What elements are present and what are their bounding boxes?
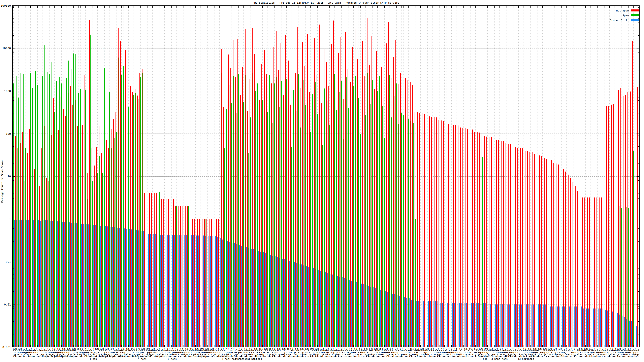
bar bbox=[500, 305, 500, 347]
bar bbox=[28, 71, 28, 347]
bar bbox=[76, 223, 77, 347]
bar bbox=[530, 152, 530, 347]
bar bbox=[582, 198, 583, 347]
bar bbox=[130, 86, 130, 347]
bar bbox=[260, 140, 260, 347]
bar bbox=[438, 120, 439, 347]
bar bbox=[293, 90, 294, 347]
bar bbox=[390, 293, 390, 347]
bar bbox=[280, 258, 280, 347]
bar bbox=[296, 111, 296, 347]
bar bbox=[20, 143, 20, 347]
bar bbox=[631, 321, 632, 347]
bar bbox=[384, 97, 384, 347]
bar bbox=[628, 208, 629, 347]
bar bbox=[121, 75, 122, 347]
bar bbox=[256, 250, 256, 347]
bar bbox=[594, 198, 595, 347]
bar bbox=[554, 163, 554, 347]
bar bbox=[355, 28, 356, 347]
bar bbox=[360, 93, 360, 347]
bar bbox=[258, 251, 258, 347]
y-tick-label: 0.01 bbox=[4, 303, 11, 306]
bar bbox=[210, 236, 211, 347]
bar bbox=[366, 285, 366, 347]
bar bbox=[376, 51, 377, 347]
bar bbox=[513, 145, 514, 347]
x-label-fragment: Ho bbox=[505, 355, 508, 358]
bar bbox=[234, 243, 235, 347]
bar bbox=[13, 83, 14, 347]
bar bbox=[516, 305, 517, 347]
bar bbox=[341, 81, 342, 347]
bar bbox=[158, 235, 158, 347]
bar bbox=[230, 242, 230, 347]
bar bbox=[488, 305, 488, 347]
bar bbox=[168, 199, 169, 347]
bar bbox=[188, 206, 188, 347]
x-label-fragment: net bbox=[219, 355, 224, 358]
bar bbox=[588, 309, 589, 347]
bar bbox=[483, 303, 484, 347]
bar bbox=[92, 181, 93, 347]
bar bbox=[104, 48, 104, 347]
bar bbox=[574, 307, 574, 347]
bar bbox=[598, 309, 598, 347]
x-label-fragment: hop bbox=[148, 355, 152, 358]
bar bbox=[397, 295, 398, 347]
bar bbox=[593, 309, 594, 347]
y-tick-label: 10000 bbox=[2, 47, 11, 50]
bar bbox=[340, 277, 340, 347]
bar bbox=[515, 147, 516, 347]
bar bbox=[534, 154, 535, 347]
bar bbox=[304, 266, 304, 347]
bar bbox=[410, 121, 411, 347]
bar bbox=[565, 172, 566, 347]
bar bbox=[196, 236, 196, 347]
bar bbox=[495, 305, 496, 347]
bar bbox=[63, 109, 64, 347]
bar bbox=[281, 81, 282, 347]
bar bbox=[153, 234, 153, 347]
bar bbox=[331, 44, 332, 347]
bar bbox=[332, 275, 333, 347]
bar bbox=[170, 235, 170, 347]
bar bbox=[246, 247, 247, 347]
bar bbox=[226, 109, 227, 347]
bar bbox=[521, 305, 522, 347]
bar bbox=[96, 147, 97, 347]
bar bbox=[628, 92, 628, 347]
bar bbox=[601, 198, 602, 347]
bar bbox=[324, 88, 325, 347]
bar bbox=[140, 77, 141, 347]
bar bbox=[301, 265, 302, 347]
bar bbox=[396, 40, 396, 347]
y-axis-label: Message Count or Spam Score bbox=[0, 149, 4, 214]
bar bbox=[268, 254, 268, 347]
bar bbox=[202, 219, 202, 347]
bar bbox=[36, 220, 36, 347]
bar bbox=[262, 64, 262, 347]
bar bbox=[548, 159, 549, 347]
x-label-fragment: hop bbox=[224, 355, 228, 358]
bar bbox=[489, 137, 490, 347]
bar bbox=[633, 151, 634, 347]
bar bbox=[576, 307, 577, 347]
bar bbox=[100, 226, 101, 347]
bar bbox=[118, 57, 119, 347]
bar bbox=[247, 111, 248, 347]
bar bbox=[572, 307, 572, 347]
bar bbox=[44, 126, 44, 347]
bar bbox=[457, 303, 457, 347]
bar bbox=[190, 206, 190, 347]
bar bbox=[16, 76, 16, 347]
bar bbox=[90, 34, 90, 347]
bar bbox=[25, 148, 26, 347]
bar bbox=[160, 235, 160, 347]
bar bbox=[147, 193, 147, 347]
bar bbox=[393, 57, 394, 347]
bar bbox=[610, 311, 610, 347]
bar bbox=[476, 303, 476, 347]
bar bbox=[125, 50, 126, 347]
bar bbox=[394, 294, 395, 347]
